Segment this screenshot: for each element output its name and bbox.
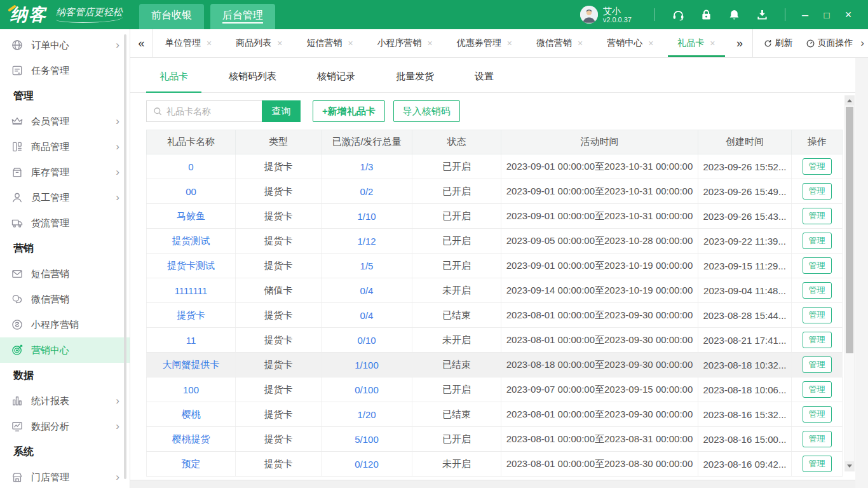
vertical-scrollbar[interactable] — [844, 95, 855, 471]
maximize-button[interactable]: □ — [816, 10, 837, 20]
content-tab[interactable]: 批量发货 — [383, 71, 447, 92]
import-codes-button[interactable]: 导入核销码 — [393, 100, 460, 122]
tab-close-icon[interactable]: × — [277, 38, 282, 48]
page-tab[interactable]: 礼品卡× — [665, 29, 727, 57]
sidebar-item-crown[interactable]: 会员管理› — [0, 109, 130, 134]
tabs-collapse-left-icon[interactable]: « — [130, 29, 153, 57]
sidebar-item-barchart[interactable]: 统计报表› — [0, 388, 130, 414]
bell-icon[interactable] — [727, 8, 741, 22]
sidebar-item-globe[interactable]: 订单中心› — [0, 32, 130, 58]
gift-card-name-link[interactable]: 1111111 — [147, 278, 236, 303]
gift-card-name-link[interactable]: 马鲛鱼 — [147, 204, 236, 229]
scroll-down-icon[interactable] — [845, 461, 854, 471]
sidebar-item-miniprogram[interactable]: 小程序营销 — [0, 312, 130, 337]
manage-button[interactable]: 管理 — [803, 307, 832, 323]
activated-total-link[interactable]: 1/5 — [322, 254, 412, 278]
sidebar-scrollbar[interactable] — [124, 34, 126, 479]
sidebar-item-monitor[interactable]: 数据分析› — [0, 414, 130, 439]
minimize-button[interactable]: – — [794, 8, 816, 22]
manage-button[interactable]: 管理 — [803, 332, 832, 348]
search-button[interactable]: 查询 — [262, 100, 301, 122]
sidebar-item-truck[interactable]: 货流管理 — [0, 210, 130, 236]
gift-card-name-link[interactable]: 0 — [147, 154, 236, 179]
activated-total-link[interactable]: 1/10 — [322, 204, 412, 229]
manage-button[interactable]: 管理 — [803, 183, 832, 200]
manage-button[interactable]: 管理 — [803, 431, 832, 447]
tabs-expand-right-icon[interactable]: » — [728, 29, 753, 57]
chevron-right-icon: › — [116, 166, 119, 179]
content-tab[interactable]: 设置 — [461, 71, 507, 92]
gift-card-name-link[interactable]: 樱桃提货 — [147, 427, 236, 452]
gift-card-name-link[interactable]: 提货卡测试 — [147, 254, 236, 278]
gift-card-name-link[interactable]: 大闸蟹提供卡 — [147, 353, 236, 377]
user-menu[interactable]: 艾小 v2.0.0.37 — [580, 6, 632, 24]
tab-close-icon[interactable]: × — [578, 38, 583, 48]
activated-total-link[interactable]: 0/120 — [322, 452, 412, 477]
close-button[interactable]: × — [837, 8, 859, 22]
manage-button[interactable]: 管理 — [803, 158, 832, 175]
manage-button[interactable]: 管理 — [803, 356, 832, 373]
sidebar-item-target[interactable]: 营销中心 — [0, 337, 130, 363]
activated-total-link[interactable]: 0/4 — [322, 303, 412, 328]
page-tab[interactable]: 商品列表× — [224, 29, 294, 57]
manage-button[interactable]: 管理 — [803, 233, 832, 249]
add-gift-card-button[interactable]: +新增礼品卡 — [313, 100, 385, 122]
sidebar-item-sms[interactable]: 短信营销 — [0, 261, 130, 287]
sidebar-item-store[interactable]: 门店管理› — [0, 464, 130, 488]
tab-close-icon[interactable]: × — [507, 38, 512, 48]
activated-total-link[interactable]: 1/12 — [322, 229, 412, 254]
activated-total-link[interactable]: 1/3 — [322, 154, 412, 179]
page-tab[interactable]: 微信营销× — [524, 29, 595, 57]
activated-total-link[interactable]: 5/100 — [322, 427, 412, 452]
refresh-button[interactable]: 刷新 — [763, 37, 793, 49]
tab-close-icon[interactable]: × — [207, 38, 212, 48]
page-tab[interactable]: 小程序营销× — [365, 29, 445, 57]
gift-card-name-link[interactable]: 提货卡 — [147, 303, 236, 328]
gift-card-name-link[interactable]: 提货测试 — [147, 229, 236, 254]
scroll-up-icon[interactable] — [845, 96, 854, 105]
sidebar-item-inventory[interactable]: 库存管理› — [0, 159, 130, 185]
activated-total-link[interactable]: 0/10 — [322, 328, 412, 353]
content-tab[interactable]: 核销码列表 — [215, 71, 290, 92]
page-tab[interactable]: 营销中心× — [595, 29, 665, 57]
topnav-pos[interactable]: 前台收银 — [139, 4, 204, 29]
more-actions-arrow-icon[interactable]: › — [861, 37, 864, 49]
tab-close-icon[interactable]: × — [428, 38, 433, 48]
manage-button[interactable]: 管理 — [803, 381, 832, 398]
sidebar-item-products[interactable]: 商品管理› — [0, 134, 130, 159]
scrollbar-thumb[interactable] — [846, 107, 853, 353]
activated-total-link[interactable]: 0/100 — [322, 377, 412, 402]
manage-button[interactable]: 管理 — [803, 406, 832, 423]
sidebar-item-tasks[interactable]: 任务管理 — [0, 58, 130, 83]
page-operations-button[interactable]: 页面操作 — [806, 37, 853, 49]
manage-button[interactable]: 管理 — [803, 208, 832, 224]
topnav-admin[interactable]: 后台管理 — [210, 4, 275, 29]
content-tab[interactable]: 礼品卡 — [146, 71, 201, 92]
search-input[interactable] — [166, 106, 255, 116]
page-tab[interactable]: 优惠券管理× — [445, 29, 524, 57]
sidebar-item-staff[interactable]: 员工管理› — [0, 185, 130, 210]
activated-total-link[interactable]: 1/20 — [322, 402, 412, 427]
gift-card-name-link[interactable]: 樱桃 — [147, 402, 236, 427]
lock-icon[interactable] — [699, 8, 713, 22]
gift-card-name-link[interactable]: 11 — [147, 328, 236, 353]
tab-close-icon[interactable]: × — [648, 38, 653, 48]
activated-total-link[interactable]: 1/100 — [322, 353, 412, 377]
gauge-icon — [806, 39, 815, 48]
content-tab[interactable]: 核销记录 — [304, 71, 369, 92]
headset-icon[interactable] — [671, 8, 685, 22]
gift-card-name-link[interactable]: 预定 — [147, 452, 236, 477]
manage-button[interactable]: 管理 — [803, 257, 832, 274]
gift-card-name-link[interactable]: 00 — [147, 179, 236, 204]
manage-button[interactable]: 管理 — [803, 456, 832, 472]
manage-button[interactable]: 管理 — [803, 282, 832, 299]
activated-total-link[interactable]: 0/2 — [322, 179, 412, 204]
gift-card-name-link[interactable]: 100 — [147, 377, 236, 402]
page-tab[interactable]: 单位管理× — [153, 29, 224, 57]
tab-close-icon[interactable]: × — [348, 38, 353, 48]
page-tab[interactable]: 短信营销× — [294, 29, 365, 57]
activated-total-link[interactable]: 0/4 — [322, 278, 412, 303]
tab-close-icon[interactable]: × — [710, 38, 715, 48]
download-icon[interactable] — [755, 8, 769, 22]
sidebar-item-wechat[interactable]: 微信营销 — [0, 287, 130, 312]
